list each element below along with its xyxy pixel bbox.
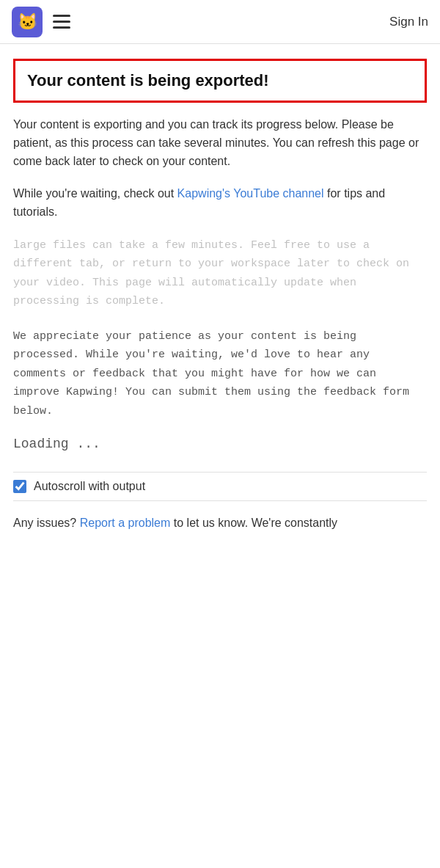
export-title-box: Your content is being exported!	[13, 59, 427, 103]
autoscroll-row: Autoscroll with output	[13, 472, 427, 501]
issues-row: Any issues? Report a problem to let us k…	[13, 514, 427, 532]
mono-text-block: large files can take a few minutes. Feel…	[13, 236, 427, 311]
autoscroll-label: Autoscroll with output	[34, 480, 145, 493]
hamburger-icon[interactable]	[53, 15, 70, 29]
report-problem-link[interactable]: Report a problem	[80, 517, 171, 529]
logo-emoji: 🐱	[18, 12, 37, 32]
autoscroll-checkbox[interactable]	[13, 480, 26, 493]
export-title: Your content is being exported!	[27, 71, 413, 90]
header: 🐱 Sign In	[0, 0, 440, 44]
main-content: Your content is being exported! Your con…	[0, 44, 440, 547]
logo-icon[interactable]: 🐱	[12, 7, 43, 37]
issues-prefix: Any issues?	[13, 517, 80, 529]
loading-text: Loading ...	[13, 437, 427, 451]
issues-suffix: to let us know. We're constantly	[170, 517, 337, 529]
patience-text: We appreciate your patience as your cont…	[13, 327, 427, 421]
sign-in-button[interactable]: Sign In	[389, 15, 428, 29]
description-paragraph1: Your content is exporting and you can tr…	[13, 116, 427, 170]
youtube-channel-link[interactable]: Kapwing's YouTube channel	[177, 187, 324, 200]
description-paragraph2: While you're waiting, check out Kapwing'…	[13, 185, 427, 222]
paragraph2-prefix: While you're waiting, check out	[13, 187, 177, 200]
header-left: 🐱	[12, 7, 70, 37]
